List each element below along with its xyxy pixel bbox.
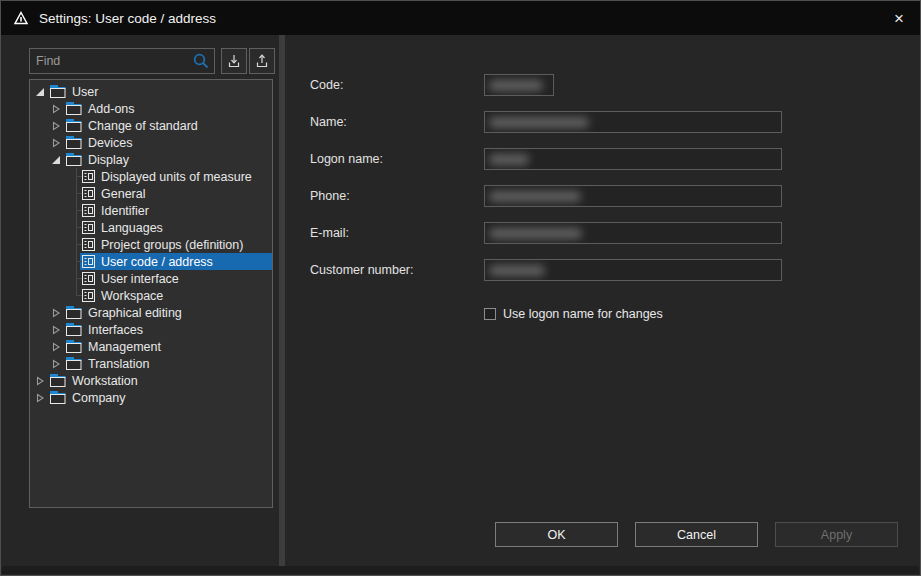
tree-item-label: General (101, 187, 145, 201)
find-box (29, 48, 215, 74)
expander-expanded-icon[interactable] (32, 83, 48, 100)
export-settings-button[interactable] (249, 48, 275, 74)
tree-item-devices[interactable]: Devices (30, 134, 272, 151)
tree-item-label: Project groups (definition) (101, 238, 243, 252)
expander-collapsed-icon[interactable] (48, 355, 64, 372)
tree-item-graphical-editing[interactable]: Graphical editing (30, 304, 272, 321)
tree-connector (64, 185, 80, 202)
tree-item-content[interactable]: User interface (80, 270, 272, 287)
form-field-name: Name: (310, 111, 782, 133)
tree-item-content[interactable]: Project groups (definition) (80, 236, 272, 253)
name-input[interactable] (484, 111, 782, 133)
use-logon-checkbox[interactable] (484, 308, 496, 320)
tree-item-company[interactable]: Company (30, 389, 272, 406)
tree-item-content[interactable]: Workspace (80, 287, 272, 304)
tree-item-display[interactable]: Display (30, 151, 272, 168)
redacted-value (489, 80, 543, 91)
tree-item-general[interactable]: General (30, 185, 272, 202)
tree-item-content[interactable]: Workstation (48, 372, 272, 389)
import-settings-button[interactable] (221, 48, 247, 74)
window-title: Settings: User code / address (39, 11, 216, 26)
folder-icon (66, 357, 82, 370)
logon-name-input[interactable] (484, 148, 782, 170)
tree-item-content[interactable]: Interfaces (64, 321, 272, 338)
search-icon (192, 52, 210, 70)
tree-selection[interactable]: User code / address (80, 253, 272, 270)
expander-expanded-icon[interactable] (48, 151, 64, 168)
tree-item-content[interactable]: Devices (64, 134, 272, 151)
tree-item-workspace[interactable]: Workspace (30, 287, 272, 304)
expander-collapsed-icon[interactable] (48, 134, 64, 151)
folder-icon (66, 323, 82, 336)
expander-collapsed-icon[interactable] (32, 372, 48, 389)
expander-collapsed-icon[interactable] (48, 321, 64, 338)
settings-page-icon (82, 187, 95, 200)
tree-item-content[interactable]: General (80, 185, 272, 202)
folder-icon (66, 306, 82, 319)
find-input[interactable] (30, 54, 192, 68)
settings-window: Settings: User code / address × (0, 0, 921, 576)
tree-item-translation[interactable]: Translation (30, 355, 272, 372)
expander-collapsed-icon[interactable] (48, 100, 64, 117)
folder-icon (50, 85, 66, 98)
tree-item-content[interactable]: Translation (64, 355, 272, 372)
redacted-value (489, 154, 529, 165)
tree-item-management[interactable]: Management (30, 338, 272, 355)
tree-connector (64, 287, 80, 304)
tree-item-user-interface[interactable]: User interface (30, 270, 272, 287)
import-arrow-down-icon (226, 53, 242, 69)
use-logon-checkbox-row: Use logon name for changes (484, 307, 663, 321)
tree-connector (64, 219, 80, 236)
tree-item-user-code-address[interactable]: User code / address (30, 253, 272, 270)
tree-item-label: Display (88, 153, 129, 167)
ok-button[interactable]: OK (495, 522, 618, 547)
tree-item-label: User code / address (101, 255, 213, 269)
field-label: Phone: (310, 189, 484, 203)
tree-connector (64, 168, 80, 185)
expander-collapsed-icon[interactable] (48, 117, 64, 134)
export-arrow-up-icon (254, 53, 270, 69)
tree-item-content[interactable]: Displayed units of measure (80, 168, 272, 185)
tree-item-interfaces[interactable]: Interfaces (30, 321, 272, 338)
folder-icon (50, 391, 66, 404)
tree-item-content[interactable]: Display (64, 151, 272, 168)
code-input[interactable] (484, 74, 554, 96)
redacted-value (489, 228, 582, 239)
tree-connector (64, 202, 80, 219)
tree-item-content[interactable]: User (48, 83, 272, 100)
user-address-form: Code:Name:Logon name:Phone:E-mail:Custom… (310, 74, 782, 296)
e-mail-input[interactable] (484, 222, 782, 244)
tree-item-content[interactable]: Languages (80, 219, 272, 236)
expander-collapsed-icon[interactable] (32, 389, 48, 406)
tree-item-user[interactable]: User (30, 83, 272, 100)
tree-item-content[interactable]: Graphical editing (64, 304, 272, 321)
form-field-e-mail: E-mail: (310, 222, 782, 244)
tree-item-identifier[interactable]: Identifier (30, 202, 272, 219)
tree-item-change-of-standard[interactable]: Change of standard (30, 117, 272, 134)
tree-item-workstation[interactable]: Workstation (30, 372, 272, 389)
phone-input[interactable] (484, 185, 782, 207)
tree-item-label: Workspace (101, 289, 163, 303)
tree-item-displayed-units-of-measure[interactable]: Displayed units of measure (30, 168, 272, 185)
tree-item-languages[interactable]: Languages (30, 219, 272, 236)
settings-page-icon (82, 289, 95, 302)
expander-collapsed-icon[interactable] (48, 304, 64, 321)
expander-collapsed-icon[interactable] (48, 338, 64, 355)
customer-number-input[interactable] (484, 259, 782, 281)
folder-icon (66, 153, 82, 166)
field-label: Logon name: (310, 152, 484, 166)
settings-page-icon (82, 255, 95, 268)
tree-item-label: Graphical editing (88, 306, 182, 320)
tree-item-project-groups-definition[interactable]: Project groups (definition) (30, 236, 272, 253)
cancel-button[interactable]: Cancel (635, 522, 758, 547)
close-button[interactable]: × (878, 1, 920, 35)
tree-item-content[interactable]: Management (64, 338, 272, 355)
tree-item-add-ons[interactable]: Add-ons (30, 100, 272, 117)
tree-item-content[interactable]: Identifier (80, 202, 272, 219)
tree-item-label: User (72, 85, 98, 99)
tree-item-content[interactable]: Change of standard (64, 117, 272, 134)
tree-connector (64, 253, 80, 270)
tree-item-content[interactable]: Add-ons (64, 100, 272, 117)
redacted-value (489, 265, 545, 276)
tree-item-content[interactable]: Company (48, 389, 272, 406)
